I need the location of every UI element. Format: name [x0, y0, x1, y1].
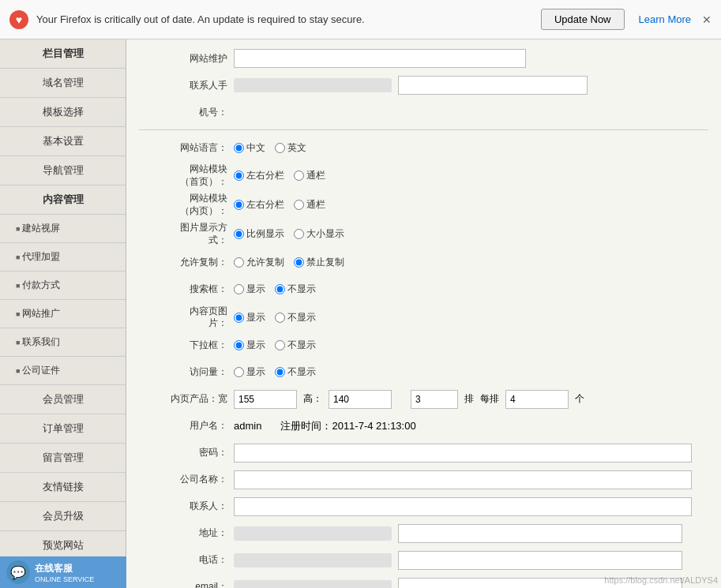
visit-label: 访问量：: [139, 365, 234, 379]
language-english-radio[interactable]: [275, 143, 285, 153]
copy-allow-radio[interactable]: [234, 257, 244, 268]
company-input[interactable]: [234, 470, 692, 489]
copy-forbid-option[interactable]: 禁止复制: [294, 256, 344, 269]
image-size-radio[interactable]: [294, 229, 304, 239]
layout-home-label: 网站模块（首页）：: [139, 163, 234, 188]
sidebar-item-nav[interactable]: 导航管理: [0, 156, 126, 185]
contact-input[interactable]: [398, 76, 588, 95]
language-chinese-option[interactable]: 中文: [234, 141, 265, 155]
contact-label: 联系人手: [139, 79, 234, 92]
online-service-bar[interactable]: 💬 在线客服 ONLINE SERVICE: [0, 556, 126, 588]
email-label: email：: [139, 580, 234, 588]
sidebar-item-promotion[interactable]: 网站推广: [0, 300, 126, 328]
layout-home-split-option[interactable]: 左右分栏: [234, 169, 284, 182]
content-img-show-option[interactable]: 显示: [234, 311, 265, 324]
sidebar-item-template[interactable]: 模板选择: [0, 98, 126, 127]
image-proportion-radio[interactable]: [234, 229, 244, 239]
layout-home-full-radio[interactable]: [294, 170, 304, 181]
search-box-label: 搜索框：: [139, 283, 234, 296]
product-label: 内页产品：宽: [139, 392, 234, 406]
layout-home-full-option[interactable]: 通栏: [294, 169, 325, 182]
learn-more-link[interactable]: Learn More: [639, 13, 691, 25]
product-count-input[interactable]: [411, 390, 458, 409]
product-count-label: 排: [464, 392, 474, 406]
phone-row: 电话：: [139, 549, 708, 571]
content-img-hide-radio[interactable]: [275, 313, 285, 323]
visit-show-option[interactable]: 显示: [234, 365, 265, 379]
contact-value-blurred: [234, 78, 392, 92]
image-size-option[interactable]: 大小显示: [294, 227, 344, 241]
phone-input[interactable]: [398, 551, 682, 570]
product-settings: 高： 排 每排 个: [234, 390, 584, 409]
sidebar-item-member[interactable]: 会员管理: [0, 385, 126, 414]
product-row: 内页产品：宽 高： 排 每排 个: [139, 388, 708, 410]
product-width-input[interactable]: [234, 390, 297, 409]
sidebar-item-certificate[interactable]: 公司证件: [0, 357, 126, 385]
update-bar: ♥ Your Firefox is critically out of date…: [0, 0, 721, 39]
address-input[interactable]: [398, 524, 682, 543]
watermark: https://blog.csdn.net/ALDYS4: [604, 575, 718, 585]
password-input[interactable]: [234, 444, 692, 463]
sidebar-item-upgrade[interactable]: 会员升级: [0, 502, 126, 531]
search-hide-option[interactable]: 不显示: [275, 283, 316, 296]
content-img-label: 内容页图片：: [139, 305, 234, 330]
product-height-label: 高：: [303, 392, 322, 406]
update-now-button[interactable]: Update Now: [541, 9, 625, 30]
product-height-input[interactable]: [329, 390, 392, 409]
sidebar-item-agent[interactable]: 代理加盟: [0, 243, 126, 272]
footer-hide-option[interactable]: 不显示: [275, 339, 316, 352]
website-maintenance-label: 网站维护: [139, 52, 234, 66]
contact-person-input[interactable]: [234, 497, 692, 516]
content-img-show-radio[interactable]: [234, 313, 244, 323]
content-img-row: 内容页图片： 显示 不显示: [139, 305, 708, 330]
sidebar-item-domain[interactable]: 域名管理: [0, 69, 126, 98]
machine-label: 机号：: [139, 106, 234, 119]
layout-inner-split-option[interactable]: 左右分栏: [234, 198, 284, 212]
search-show-radio[interactable]: [234, 284, 244, 294]
sidebar-item-payment[interactable]: 付款方式: [0, 272, 126, 300]
visit-hide-radio[interactable]: [275, 367, 285, 377]
copy-row: 允许复制： 允许复制 禁止复制: [139, 252, 708, 274]
product-perrow-input[interactable]: [505, 390, 569, 409]
sidebar-item-order[interactable]: 订单管理: [0, 414, 126, 444]
layout-inner-full-radio[interactable]: [294, 200, 304, 210]
sidebar-item-basic[interactable]: 基本设置: [0, 127, 126, 156]
phone-label: 电话：: [139, 553, 234, 567]
content-area: 网站维护 联系人手 机号： 网站语言： 中文 英文: [126, 39, 721, 588]
language-row: 网站语言： 中文 英文: [139, 137, 708, 159]
layout-home-split-radio[interactable]: [234, 170, 244, 181]
footer-show-option[interactable]: 显示: [234, 339, 265, 352]
email-blurred: [234, 580, 392, 588]
visit-hide-option[interactable]: 不显示: [275, 365, 316, 379]
user-info-row: 用户名： admin 注册时间：2011-7-4 21:13:00: [139, 415, 708, 437]
sidebar-item-content[interactable]: 内容管理: [0, 185, 126, 215]
visit-show-radio[interactable]: [234, 367, 244, 377]
layout-inner-radio-group: 左右分栏 通栏: [234, 198, 325, 212]
layout-inner-split-radio[interactable]: [234, 200, 244, 210]
close-update-bar-icon[interactable]: ✕: [702, 13, 712, 26]
company-label: 公司名称：: [139, 473, 234, 486]
sidebar-item-video[interactable]: 建站视屏: [0, 215, 126, 243]
content-img-hide-option[interactable]: 不显示: [275, 311, 316, 324]
image-proportion-option[interactable]: 比例显示: [234, 227, 284, 241]
search-hide-radio[interactable]: [275, 284, 285, 294]
layout-inner-full-option[interactable]: 通栏: [294, 198, 325, 212]
search-show-option[interactable]: 显示: [234, 283, 265, 296]
language-radio-group: 中文 英文: [234, 141, 306, 155]
sidebar-item-contact[interactable]: 联系我们: [0, 328, 126, 357]
company-row: 公司名称：: [139, 469, 708, 491]
footer-hide-radio[interactable]: [275, 340, 285, 350]
language-english-option[interactable]: 英文: [275, 141, 306, 155]
sidebar-item-message[interactable]: 留言管理: [0, 444, 126, 473]
copy-allow-option[interactable]: 允许复制: [234, 256, 284, 269]
online-service-icon: 💬: [6, 560, 30, 584]
sidebar-item-column-mgmt[interactable]: 栏目管理: [0, 39, 126, 69]
sidebar: 栏目管理 域名管理 模板选择 基本设置 导航管理 内容管理 建站视屏 代理加盟 …: [0, 39, 126, 588]
layout-home-radio-group: 左右分栏 通栏: [234, 169, 325, 182]
sidebar-item-links[interactable]: 友情链接: [0, 473, 126, 502]
copy-forbid-radio[interactable]: [294, 257, 304, 268]
website-title-input[interactable]: [234, 49, 526, 68]
footer-bar-label: 下拉框：: [139, 339, 234, 352]
footer-show-radio[interactable]: [234, 340, 244, 350]
language-chinese-radio[interactable]: [234, 143, 244, 153]
